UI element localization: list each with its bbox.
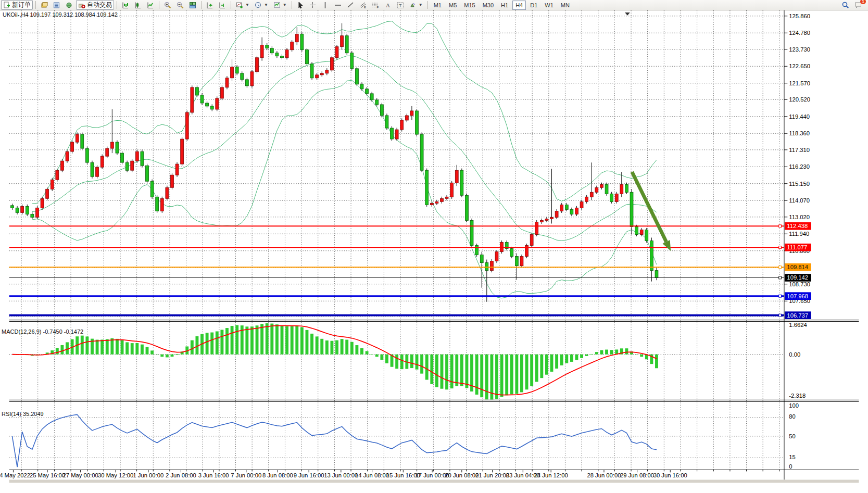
period-clock-icon <box>255 2 262 9</box>
macd-label: MACD(12,26,9) -0.7450 -0.1472 <box>2 328 83 335</box>
crosshair-button[interactable] <box>307 0 319 10</box>
zoom-out-button[interactable] <box>174 0 186 10</box>
tf-h1[interactable]: H1 <box>498 1 511 10</box>
svg-text:116.230: 116.230 <box>789 163 810 170</box>
vline-icon <box>322 2 329 9</box>
auto-scroll-button[interactable] <box>204 0 216 10</box>
line-chart-icon <box>147 2 154 9</box>
periods-button[interactable]: ▼ <box>253 0 270 10</box>
toolbar-separator <box>292 1 292 9</box>
svg-text:124.780: 124.780 <box>789 30 810 36</box>
toolbar-separator <box>201 1 202 9</box>
chart-shift-button[interactable] <box>217 0 228 10</box>
text-button[interactable]: A <box>382 0 394 10</box>
tf-w1[interactable]: W1 <box>542 1 557 10</box>
tf-h4[interactable]: H4 <box>512 1 526 10</box>
svg-text:111.077: 111.077 <box>787 244 807 250</box>
svg-text:15: 15 <box>789 454 796 460</box>
svg-text:113.020: 113.020 <box>789 214 810 220</box>
trendline-icon <box>347 2 354 9</box>
new-chart-button[interactable]: ▼ <box>234 0 251 10</box>
bar-chart-button[interactable] <box>120 0 131 10</box>
chat-button[interactable]: 1 <box>852 0 864 10</box>
bar-chart-icon <box>122 2 129 9</box>
svg-text:T: T <box>399 3 402 8</box>
tf-d1[interactable]: D1 <box>527 1 540 10</box>
text-a-icon: A <box>384 2 392 9</box>
autotrading-button[interactable]: 自动交易 <box>76 0 114 10</box>
candle-chart-button[interactable] <box>132 0 144 10</box>
svg-text:100: 100 <box>789 402 799 409</box>
svg-text:28 Jun 00:00: 28 Jun 00:00 <box>587 472 621 478</box>
tf-mn[interactable]: MN <box>558 1 573 10</box>
svg-text:30 May 12:00: 30 May 12:00 <box>98 472 133 478</box>
market-watch-icon <box>41 2 48 9</box>
svg-text:7 Jun 00:00: 7 Jun 00:00 <box>231 472 261 478</box>
new-order-button-label: 新订单 <box>12 1 31 9</box>
svg-text:1.6624: 1.6624 <box>789 322 807 328</box>
toolbar: 新订单自动交易▼▼▼EFAT▼M1M5M15M30H1H4D1W1MN1 <box>0 0 868 10</box>
indicator-list-icon <box>273 2 281 9</box>
svg-text:122.650: 122.650 <box>789 63 810 69</box>
chart-canvas[interactable]: 125.860124.780123.730122.650121.570120.5… <box>0 10 868 493</box>
svg-text:121.570: 121.570 <box>789 80 810 86</box>
svg-text:8 Jun 08:00: 8 Jun 08:00 <box>262 472 293 478</box>
tf-m5[interactable]: M5 <box>446 1 460 10</box>
vline-button[interactable] <box>320 0 331 10</box>
trendline-button[interactable] <box>345 0 356 10</box>
svg-text:0.00: 0.00 <box>789 351 800 358</box>
text-t-icon: T <box>397 2 404 9</box>
tile-windows-icon <box>189 2 196 9</box>
channel-button[interactable]: E <box>357 0 369 10</box>
toolbar-separator <box>427 1 428 9</box>
svg-text:29 Jun 08:00: 29 Jun 08:00 <box>620 472 654 478</box>
svg-text:114.070: 114.070 <box>789 197 810 204</box>
fibonacci-icon: F <box>372 2 379 9</box>
svg-text:118.360: 118.360 <box>789 130 810 136</box>
svg-text:119.440: 119.440 <box>789 113 810 120</box>
toolbar-separator <box>35 1 36 9</box>
chat-badge: 1 <box>860 0 866 4</box>
svg-text:123.730: 123.730 <box>789 46 810 53</box>
tf-m1[interactable]: M1 <box>431 1 445 10</box>
indicators-button[interactable]: ▼ <box>271 0 289 10</box>
svg-text:25 May 16:00: 25 May 16:00 <box>30 472 65 478</box>
rsi-label: RSI(14) 35.2049 <box>2 411 44 417</box>
navigator-button[interactable] <box>64 0 75 10</box>
toolbar-separator <box>117 1 117 9</box>
cursor-icon <box>297 2 304 9</box>
chevron-down-icon: ▼ <box>264 3 268 7</box>
svg-text:20 Jun 08:00: 20 Jun 08:00 <box>445 472 479 478</box>
tf-m30[interactable]: M30 <box>480 1 497 10</box>
line-chart-button[interactable] <box>145 0 156 10</box>
new-order-button[interactable]: 新订单 <box>1 0 33 10</box>
market-watch-button[interactable] <box>39 0 50 10</box>
svg-text:1 Jun 00:00: 1 Jun 00:00 <box>133 472 163 478</box>
svg-text:0: 0 <box>789 463 792 470</box>
fibonacci-button[interactable]: F <box>370 0 381 10</box>
navigator-icon <box>66 2 73 9</box>
mt4-window: 新订单自动交易▼▼▼EFAT▼M1M5M15M30H1H4D1W1MN1 UKO… <box>0 0 868 493</box>
svg-text:80: 80 <box>789 413 796 420</box>
auto-scroll-icon <box>206 2 213 9</box>
label-button[interactable]: T <box>395 0 406 10</box>
svg-text:A: A <box>386 2 390 8</box>
svg-text:106.737: 106.737 <box>787 312 808 319</box>
svg-text:9 Jun 16:00: 9 Jun 16:00 <box>294 472 324 478</box>
zoom-in-button[interactable] <box>162 0 173 10</box>
tile-windows-button[interactable] <box>187 0 198 10</box>
shapes-button[interactable]: ▼ <box>407 0 425 10</box>
svg-text:E: E <box>364 6 366 9</box>
hline-button[interactable] <box>332 0 344 10</box>
zoom-out-icon <box>177 2 184 9</box>
autotrading-icon <box>78 2 85 9</box>
tf-m15[interactable]: M15 <box>461 1 478 10</box>
svg-text:3 Jun 16:00: 3 Jun 16:00 <box>198 472 229 478</box>
search-button[interactable] <box>840 0 851 10</box>
data-window-button[interactable] <box>51 0 62 10</box>
hline-icon <box>334 2 342 9</box>
cursor-button[interactable] <box>295 0 306 10</box>
svg-text:14 Jun 08:00: 14 Jun 08:00 <box>355 472 389 478</box>
shapes-icon <box>409 2 417 9</box>
doc-plus-icon <box>3 2 10 9</box>
